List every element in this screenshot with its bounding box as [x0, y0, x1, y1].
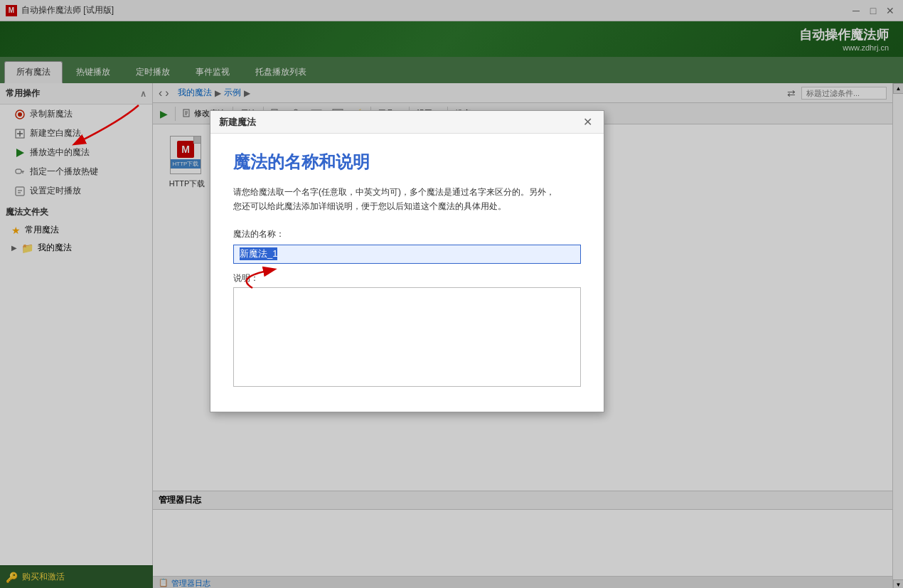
modal-close-button[interactable]: ✕ [580, 115, 595, 129]
modal-title: 新建魔法 [219, 116, 256, 129]
modal-overlay: 新建魔法 ✕ 魔法的名称和说明 请您给魔法取一个名字(任意取，中英文均可)，多个… [0, 0, 903, 588]
modal-body: 魔法的名称和说明 请您给魔法取一个名字(任意取，中英文均可)，多个魔法是通过名字… [210, 134, 604, 412]
modal-new-magic: 新建魔法 ✕ 魔法的名称和说明 请您给魔法取一个名字(任意取，中英文均可)，多个… [210, 110, 604, 412]
modal-name-label: 魔法的名称： [233, 228, 581, 240]
modal-description: 请您给魔法取一个名字(任意取，中英文均可)，多个魔法是通过名字来区分的。另外，您… [233, 185, 581, 214]
modal-desc-textarea[interactable] [233, 287, 581, 387]
modal-desc-label: 说明： [233, 272, 581, 284]
modal-heading: 魔法的名称和说明 [233, 151, 581, 173]
modal-name-input[interactable] [233, 245, 581, 264]
modal-header: 新建魔法 ✕ [210, 111, 604, 134]
